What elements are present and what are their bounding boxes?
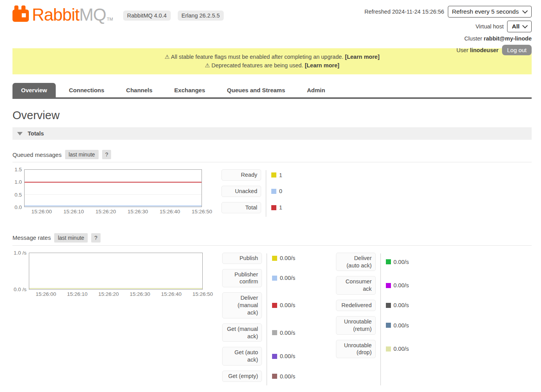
deprecated-learn-more-link[interactable]: [Learn more] bbox=[305, 62, 339, 69]
ready-swatch-icon bbox=[271, 172, 276, 178]
legend-row-unroutable-drop: Unroutable (drop) 0.00/s bbox=[336, 340, 409, 359]
rates-chart-plot bbox=[29, 253, 203, 290]
get-manual-ack-rate-value: 0.00/s bbox=[280, 330, 295, 336]
consumer-ack-swatch-icon bbox=[386, 283, 391, 288]
legend-row-get-manual-ack: Get (manual ack) 0.00/s bbox=[222, 323, 295, 342]
legend-row-unacked: Unacked 0 bbox=[221, 186, 282, 197]
refreshed-timestamp: Refreshed 2024-11-24 15:26:56 bbox=[364, 9, 444, 15]
queued-messages-legend: Ready 1 Unacked 0 Total 1 bbox=[221, 169, 282, 218]
get-manual-ack-swatch-icon bbox=[272, 330, 277, 335]
queued-chart-plot bbox=[24, 169, 202, 207]
unacked-swatch-icon bbox=[271, 189, 276, 194]
virtual-host-select[interactable]: All bbox=[507, 21, 532, 32]
tab-queues-and-streams[interactable]: Queues and Streams bbox=[218, 83, 293, 97]
tab-admin[interactable]: Admin bbox=[299, 83, 334, 97]
legend-label-unroutable-drop[interactable]: Unroutable (drop) bbox=[336, 340, 376, 359]
legend-row-unroutable-return: Unroutable (return) 0.00/s bbox=[336, 316, 409, 335]
rates-chart-x-axis: 15:26:0015:26:1015:26:2015:26:3015:26:40… bbox=[29, 291, 203, 298]
deliver-manual-ack-swatch-icon bbox=[272, 303, 277, 308]
deprecated-features-warning: ⚠ Deprecated features are being used. [L… bbox=[16, 62, 528, 70]
collapse-triangle-icon bbox=[17, 132, 23, 135]
ready-value: 1 bbox=[279, 172, 282, 178]
get-auto-ack-rate-value: 0.00/s bbox=[280, 353, 295, 359]
queued-help-button[interactable]: ? bbox=[102, 150, 111, 159]
legend-label-publisher-confirm[interactable]: Publisher confirm bbox=[222, 269, 262, 288]
queued-messages-chart: 1.51.00.50.0 15:26:0015:26:1015:26:2015:… bbox=[12, 169, 202, 218]
legend-row-get-auto-ack: Get (auto ack) 0.00/s bbox=[222, 347, 295, 366]
legend-label-get-auto-ack[interactable]: Get (auto ack) bbox=[222, 347, 262, 366]
rates-help-button[interactable]: ? bbox=[91, 233, 101, 243]
get-empty-rate-value: 0.00/s bbox=[280, 373, 295, 380]
logout-button[interactable]: Log out bbox=[502, 45, 532, 55]
legend-label-consumer-ack[interactable]: Consumer ack bbox=[336, 276, 376, 295]
deliver-manual-ack-rate-value: 0.00/s bbox=[280, 302, 295, 308]
legend-label-total[interactable]: Total bbox=[221, 202, 261, 213]
legend-label-deliver-auto-ack[interactable]: Deliver (auto ack) bbox=[336, 253, 376, 271]
legend-label-get-manual-ack[interactable]: Get (manual ack) bbox=[222, 323, 262, 342]
legend-row-redelivered: Redelivered 0.00/s bbox=[336, 300, 409, 311]
unroutable-return-rate-value: 0.00/s bbox=[394, 322, 409, 329]
rates-period-selector[interactable]: last minute bbox=[54, 233, 88, 243]
deliver-auto-ack-rate-value: 0.00/s bbox=[394, 259, 409, 265]
legend-divider bbox=[380, 253, 381, 385]
header: RabbitMQTM RabbitMQ 4.0.4 Erlang 26.2.5.… bbox=[0, 0, 541, 48]
brand-text: RabbitMQTM bbox=[32, 7, 113, 23]
get-auto-ack-swatch-icon bbox=[272, 354, 277, 359]
tab-connections[interactable]: Connections bbox=[60, 83, 113, 97]
get-empty-swatch-icon bbox=[272, 374, 277, 379]
user-info: User linodeuser bbox=[456, 47, 499, 53]
legend-row-deliver-auto-ack: Deliver (auto ack) 0.00/s bbox=[336, 253, 409, 271]
legend-label-ready[interactable]: Ready bbox=[221, 169, 261, 181]
consumer-ack-rate-value: 0.00/s bbox=[394, 282, 409, 288]
deliver-auto-ack-swatch-icon bbox=[386, 259, 391, 264]
rabbitmq-rabbit-icon bbox=[12, 5, 29, 23]
legend-row-consumer-ack: Consumer ack 0.00/s bbox=[336, 276, 409, 295]
main-content: Overview Totals Queued messages last min… bbox=[0, 109, 541, 392]
legend-label-redelivered[interactable]: Redelivered bbox=[336, 300, 376, 311]
queued-messages-title: Queued messages bbox=[12, 151, 62, 158]
queued-chart-x-axis: 15:26:0015:26:1015:26:2015:26:3015:26:40… bbox=[24, 209, 202, 216]
legend-row-publish: Publish 0.00/s bbox=[222, 253, 295, 264]
virtual-host-label: Virtual host bbox=[476, 23, 504, 30]
tab-overview[interactable]: Overview bbox=[12, 83, 56, 97]
queued-chart-y-axis: 1.51.00.50.0 bbox=[12, 167, 24, 210]
legend-row-total: Total 1 bbox=[221, 202, 282, 213]
legend-divider bbox=[267, 253, 267, 385]
unroutable-drop-swatch-icon bbox=[386, 346, 391, 352]
legend-row-publisher-confirm: Publisher confirm 0.00/s bbox=[222, 269, 295, 288]
publish-rate-value: 0.00/s bbox=[280, 255, 295, 261]
message-rates-legend-col1: Publish 0.00/s Publisher confirm 0.00/s … bbox=[222, 253, 295, 387]
rabbitmq-version-badge: RabbitMQ 4.0.4 bbox=[123, 11, 171, 21]
rabbitmq-logo[interactable]: RabbitMQTM bbox=[12, 5, 113, 23]
legend-label-unroutable-return[interactable]: Unroutable (return) bbox=[336, 316, 376, 335]
legend-row-ready: Ready 1 bbox=[221, 169, 282, 181]
totals-section-toggle[interactable]: Totals bbox=[12, 127, 532, 140]
legend-divider bbox=[266, 170, 266, 217]
queued-messages-header: Queued messages last minute ? bbox=[12, 150, 532, 162]
legend-label-get-empty[interactable]: Get (empty) bbox=[222, 371, 262, 382]
cluster-name: rabbit@my-linode bbox=[484, 35, 532, 42]
redelivered-swatch-icon bbox=[386, 303, 391, 308]
erlang-version-badge: Erlang 26.2.5.5 bbox=[178, 11, 224, 21]
cluster-info: Cluster rabbit@my-linode bbox=[464, 35, 532, 42]
legend-label-publish[interactable]: Publish bbox=[222, 253, 262, 264]
message-rates-header: Message rates last minute ? bbox=[12, 233, 532, 246]
message-rates-legend-col2: Deliver (auto ack) 0.00/s Consumer ack 0… bbox=[336, 253, 409, 387]
queued-period-selector[interactable]: last minute bbox=[65, 150, 99, 159]
legend-row-deliver-manual-ack: Deliver (manual ack) 0.00/s bbox=[222, 292, 295, 318]
unroutable-return-swatch-icon bbox=[386, 323, 391, 328]
legend-row-get-empty: Get (empty) 0.00/s bbox=[222, 371, 295, 382]
publisher-confirm-swatch-icon bbox=[272, 276, 277, 281]
publisher-confirm-rate-value: 0.00/s bbox=[280, 275, 295, 281]
tab-channels[interactable]: Channels bbox=[118, 83, 161, 97]
total-value: 1 bbox=[279, 204, 282, 211]
refresh-interval-select[interactable]: Refresh every 5 seconds bbox=[448, 6, 532, 18]
main-nav-tabs: Overview Connections Channels Exchanges … bbox=[12, 83, 532, 99]
publish-swatch-icon bbox=[272, 256, 277, 261]
legend-label-deliver-manual-ack[interactable]: Deliver (manual ack) bbox=[222, 292, 262, 318]
message-rates-chart: 1.0 /s0.0 /s 15:26:0015:26:1015:26:2015:… bbox=[12, 253, 203, 387]
unroutable-drop-rate-value: 0.00/s bbox=[394, 346, 409, 352]
tab-exchanges[interactable]: Exchanges bbox=[166, 83, 214, 97]
total-swatch-icon bbox=[271, 205, 276, 210]
legend-label-unacked[interactable]: Unacked bbox=[221, 186, 261, 197]
